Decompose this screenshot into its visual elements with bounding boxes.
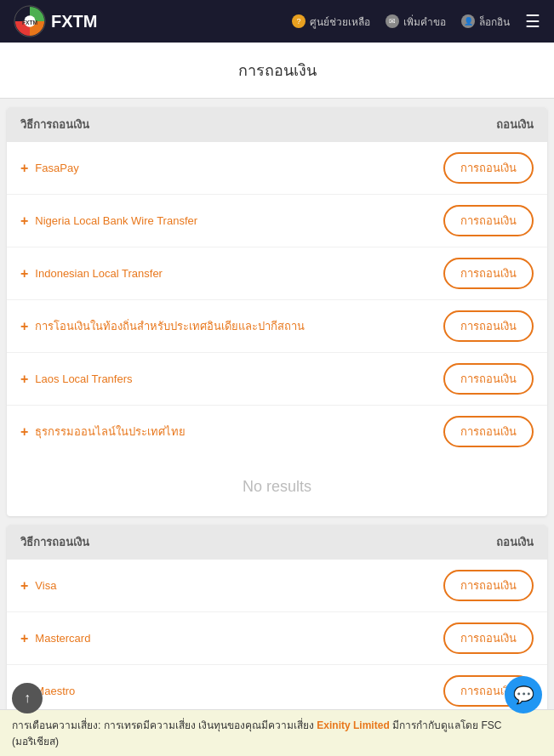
plus-icon: + (20, 213, 28, 229)
help-icon: ? (292, 14, 306, 28)
scroll-up-button[interactable]: ↑ (12, 683, 43, 713)
table-row: + Laos Local Tranfers การถอนเงิน (7, 353, 547, 406)
row-text: Laos Local Tranfers (35, 372, 132, 385)
table-row: + Indonesian Local Transfer การถอนเงิน (7, 247, 547, 300)
withdraw-button[interactable]: การถอนเงิน (443, 152, 534, 184)
table-row: + Nigeria Local Bank Wire Transfer การถอ… (7, 195, 547, 247)
warning-brand: Exinity Limited (317, 719, 389, 731)
row-text: Nigeria Local Bank Wire Transfer (35, 214, 197, 227)
section1-header: วิธีการถอนเงิน ถอนเงิน (7, 107, 547, 142)
row-text: การโอนเงินในท้องถิ่นสำหรับประเทศอินเดียแ… (35, 317, 305, 335)
withdraw-button[interactable]: การถอนเงิน (443, 622, 534, 654)
row-label: + ธุรกรรมออนไลน์ในประเทศไทย (20, 423, 186, 441)
plus-icon: + (20, 631, 28, 646)
add-nav-item[interactable]: ✉ เพิ่มคำขอ (386, 14, 446, 30)
row-text: Indonesian Local Transfer (35, 267, 163, 280)
plus-icon: + (20, 266, 28, 281)
row-label: + Indonesian Local Transfer (20, 266, 163, 281)
warning-text: การเตือนความเสี่ยง: การเทรดมีความเสี่ยง … (12, 719, 314, 731)
withdraw-button[interactable]: การถอนเงิน (443, 205, 534, 236)
page-title: การถอนเงิน (0, 43, 554, 99)
section1-no-results: No results (7, 458, 547, 516)
row-text: ธุรกรรมออนไลน์ในประเทศไทย (35, 423, 186, 441)
header: FXTM FXTM ? ศูนย์ช่วยเหลือ ✉ เพิ่มคำขอ 👤… (0, 0, 554, 43)
svg-text:FXTM: FXTM (22, 20, 38, 26)
scroll-up-icon: ↑ (24, 691, 31, 706)
section2-col1: วิธีการถอนเงิน (20, 533, 89, 551)
bottom-warning: การเตือนความเสี่ยง: การเทรดมีความเสี่ยง … (0, 709, 554, 756)
plus-icon: + (20, 319, 28, 334)
warning-country: (มอริเชียส) (12, 736, 59, 747)
plus-icon: + (20, 161, 28, 176)
row-label: + การโอนเงินในท้องถิ่นสำหรับประเทศอินเดี… (20, 317, 305, 335)
chat-button[interactable]: 💬 (505, 676, 542, 713)
logo-text: FXTM (51, 12, 97, 31)
table-row: + Mastercard การถอนเงิน (7, 612, 547, 665)
plus-icon: + (20, 424, 28, 440)
warning-regulated: มีการกำกับดูแลโดย FSC (392, 719, 501, 731)
add-label: เพิ่มคำขอ (403, 14, 446, 30)
help-label: ศูนย์ช่วยเหลือ (310, 14, 370, 30)
row-label: + Nigeria Local Bank Wire Transfer (20, 213, 197, 229)
section1-col1: วิธีการถอนเงิน (20, 116, 89, 134)
row-label: + Mastercard (20, 631, 90, 646)
plus-icon: + (20, 578, 28, 594)
header-nav: ? ศูนย์ช่วยเหลือ ✉ เพิ่มคำขอ 👤 ล็อกอิน ☰ (292, 11, 540, 31)
row-label: + Laos Local Tranfers (20, 372, 133, 387)
withdraw-button[interactable]: การถอนเงิน (443, 363, 534, 395)
table-row: + Visa การถอนเงิน (7, 560, 547, 612)
row-text: FasaPay (35, 162, 78, 174)
fxtm-logo: FXTM (14, 5, 46, 37)
section2-col2: ถอนเงิน (496, 533, 534, 551)
table-row: + ธุรกรรมออนไลน์ในประเทศไทย การถอนเงิน (7, 406, 547, 458)
row-label: + FasaPay (20, 161, 79, 176)
withdraw-button[interactable]: การถอนเงิน (443, 258, 534, 289)
section1-col2: ถอนเงิน (496, 116, 534, 134)
mail-icon: ✉ (386, 14, 399, 28)
hamburger-icon[interactable]: ☰ (525, 11, 540, 31)
row-text: Visa (35, 579, 56, 592)
withdraw-button[interactable]: การถอนเงิน (443, 310, 534, 342)
row-label: + Visa (20, 578, 56, 594)
section2-header: วิธีการถอนเงิน ถอนเงิน (7, 525, 547, 560)
row-text: Mastercard (35, 632, 90, 645)
withdraw-button[interactable]: การถอนเงิน (443, 416, 534, 447)
chat-icon: 💬 (513, 685, 534, 705)
login-label: ล็อกอิน (479, 14, 510, 30)
table-row: + FasaPay การถอนเงิน (7, 142, 547, 195)
login-nav-item[interactable]: 👤 ล็อกอิน (461, 14, 510, 30)
plus-icon: + (20, 372, 28, 387)
withdraw-button[interactable]: การถอนเงิน (443, 570, 534, 601)
section-1: วิธีการถอนเงิน ถอนเงิน + FasaPay การถอนเ… (7, 107, 547, 516)
help-nav-item[interactable]: ? ศูนย์ช่วยเหลือ (292, 14, 370, 30)
user-icon: 👤 (461, 14, 475, 28)
table-row: + การโอนเงินในท้องถิ่นสำหรับประเทศอินเดี… (7, 300, 547, 353)
logo-area: FXTM FXTM (14, 5, 97, 37)
